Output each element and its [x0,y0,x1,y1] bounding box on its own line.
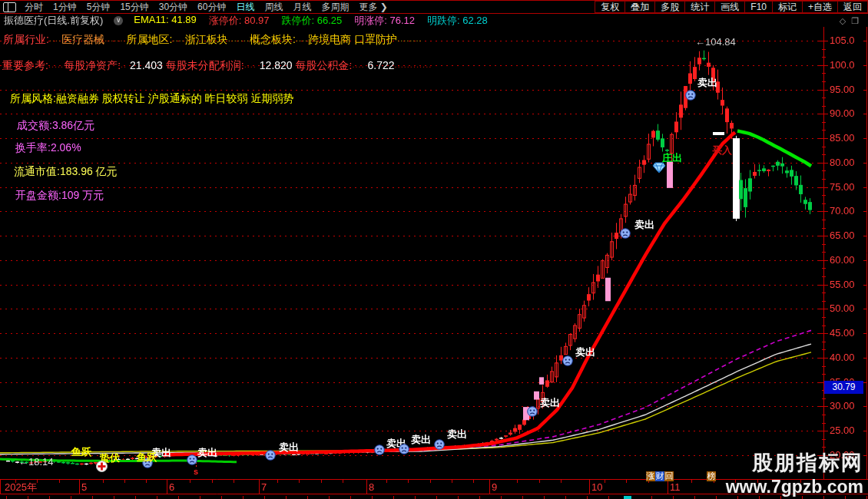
stock-title: 振德医疗(日线.前复权) [4,14,103,28]
y-axis-label: 25.00 [830,425,855,435]
current-price-tag: 30.79 [824,381,863,394]
y-axis-label: 45.00 [830,328,855,338]
sad-face-icon [434,439,445,450]
key-reference-line: 重要参考:.....每股净资产:.. 21.403 每股未分配利润:.... 1… [2,60,432,71]
x-axis-label: 7 [261,482,267,492]
period-tab-7[interactable]: 周线 [264,1,283,14]
sell-signal-label: 卖出 [540,398,560,408]
dotted-leader: ..... [48,60,64,69]
chevron-down-icon[interactable]: ∨ [114,16,123,25]
key-reference-line-segment: 每股公积金: [296,59,353,71]
period-tab-1[interactable]: 1分钟 [53,1,77,14]
period-tab-6[interactable]: 日线 [236,1,254,14]
sad-face-icon [265,450,276,461]
period-tab-10[interactable]: 更多 ❯ [359,1,387,14]
y-axis-label: 85.00 [830,133,855,143]
x-axis-label: 10 [591,482,602,492]
x-axis-label: 2025年 [5,482,37,492]
sad-face-icon [399,444,409,454]
sell-signal-label: 卖出 [197,448,217,458]
dotted-leader: .... [172,34,184,43]
sell-signal-label: 卖出 [411,435,431,444]
signal-label-2: 鱼跃 [137,452,157,462]
footer-badge-3[interactable]: 榜 [707,471,716,481]
toolbar-button-2[interactable]: 多股 [654,1,685,13]
y-axis-label: 80.00 [830,157,855,167]
toolbar-button-0[interactable]: 复权 [595,1,625,13]
industry-info-line-segment: 医疗器械 [61,33,104,45]
y-axis-label: 95.00 [830,84,855,94]
title-indicator-0: EMA11: 41.89 [134,14,196,28]
x-axis-label: 11 [670,482,681,492]
period-tab-3[interactable]: 15分钟 [120,1,148,14]
stat-line-1: 换手率:2.06% [15,142,81,153]
dotted-leader: ............ [395,60,432,69]
period-tab-9[interactable]: 多周期 [321,1,349,14]
key-reference-line-segment: 6.722 [365,59,395,71]
y-axis-label: 90.00 [830,108,855,118]
y-axis-label: 100.0 [830,60,855,70]
key-reference-line-segment: 重要参考: [2,59,48,71]
x-axis-label: 8 [369,482,374,492]
toolbar-button-8[interactable]: 返回 [837,1,868,13]
x-axis-label: 5 [81,482,87,492]
style-tags-line: 所属风格:融资融券 股权转让 沪股通标的 昨日较弱 近期弱势 [10,93,293,104]
watermark-url: www.7gpzb.com [726,477,863,497]
toolbar-button-6[interactable]: 标记 [772,1,803,13]
period-tab-0[interactable]: 分时 [25,1,43,14]
dotted-leader: .... [49,34,61,43]
corner-icons: ◇❐ [840,16,864,26]
industry-info-line-segment: 浙江板块 [185,33,228,45]
key-reference-line-segment: 每股净资产: [64,59,121,71]
dotted-leader: ........ [397,34,422,43]
toolbar-button-1[interactable]: 叠加 [624,1,655,13]
dotted-leader: ....... [228,34,250,43]
y-axis-label: 75.00 [830,182,855,192]
stock-chart-window: 分时1分钟5分钟15分钟30分钟60分钟日线周线月线多周期更多 ❯ 复权叠加多股… [0,0,868,499]
window-split-icon[interactable] [3,2,16,12]
period-tab-2[interactable]: 5分钟 [87,1,111,14]
sad-face-icon [685,90,696,101]
footer-badge-0[interactable]: 涨 [646,471,655,481]
period-tab-5[interactable]: 60分钟 [197,1,226,14]
dotted-leader: ....... [104,34,126,43]
y-axis-label: 70.00 [830,206,855,216]
chart-overlay: 所属行业:....医疗器械.......所属地区:....浙江板块.......… [0,0,868,499]
top-toolbar: 分时1分钟5分钟15分钟30分钟60分钟日线周线月线多周期更多 ❯ 复权叠加多股… [0,0,868,14]
industry-info-line-segment: 概念板块: [250,33,296,45]
footer-badge-2[interactable]: 回 [664,471,674,481]
y-axis-label: 30.00 [830,401,855,411]
industry-info-line-segment: 跨境电商 口罩防护 [308,33,397,45]
toolbar-button-3[interactable]: 统计 [684,1,715,13]
dotted-leader: .... [352,60,364,69]
toolbar-button-4[interactable]: 画线 [714,1,745,13]
price-annotation-1: ←18.14 [18,457,54,467]
industry-info-line-segment: 所属地区: [127,33,173,45]
sad-face-icon [527,406,538,417]
title-indicator-4: 明跌停: 62.28 [427,14,488,28]
site-watermark: 股朋指标网 www.7gpzb.com [726,449,863,497]
dotted-leader: .... [296,34,308,43]
y-axis-label: 65.00 [830,230,855,240]
sad-face-icon [562,355,573,366]
sell-signal-label: 卖出 [634,220,654,230]
sell-signal-label: 卖出 [697,78,717,88]
title-bar: 振德医疗(日线.前复权) ∨ EMA11: 41.89涨停价: 80.97跌停价… [0,15,488,26]
signal-label-4: 买入 [712,145,732,155]
medical-cross-icon [96,461,108,472]
toolbar-button-5[interactable]: F10 [744,1,773,13]
industry-info-line-segment: 所属行业: [3,33,49,45]
period-tab-4[interactable]: 30分钟 [159,1,187,14]
footer-badge-1[interactable]: 财 [655,471,664,481]
y-axis-label: 55.00 [830,279,855,289]
stat-line-3: 开盘金额:109 万元 [15,190,104,200]
key-reference-line-segment: 每股未分配利润: [166,59,244,71]
title-indicator-2: 跌停价: 66.25 [281,14,342,28]
period-tabs: 分时1分钟5分钟15分钟30分钟60分钟日线周线月线多周期更多 ❯ [25,1,388,14]
signal-label-0: 鱼跃 [71,447,91,457]
sell-signal-label: 卖出 [279,442,299,452]
period-tab-8[interactable]: 月线 [293,1,311,14]
y-axis-label: 40.00 [830,352,855,362]
toolbar-button-7[interactable]: +自选 [802,1,838,13]
industry-info-line: 所属行业:....医疗器械.......所属地区:....浙江板块.......… [3,34,422,45]
